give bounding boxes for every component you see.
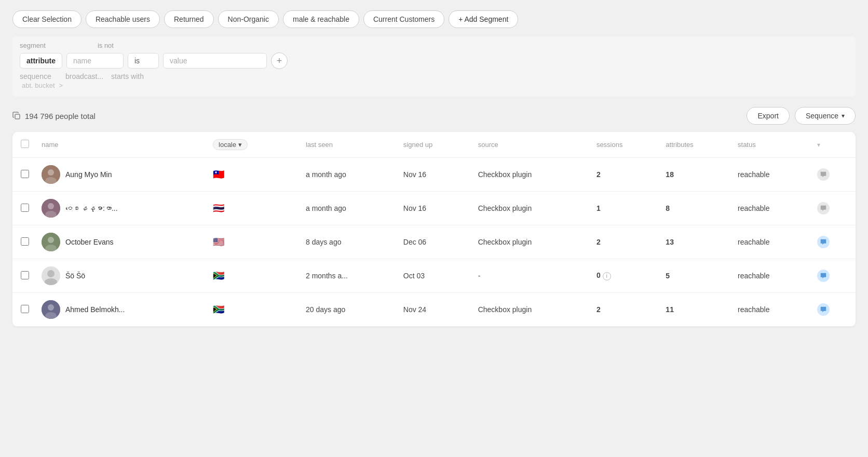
chat-icon[interactable] [817, 270, 830, 282]
svg-point-8 [48, 237, 54, 243]
th-sessions: sessions [590, 132, 659, 158]
people-count: 194 796 people total [12, 112, 96, 120]
person-name: Aung Myo Min [65, 170, 112, 179]
avatar [42, 199, 60, 218]
chat-icon[interactable] [817, 303, 830, 316]
sequence-chevron-icon: ▾ [842, 112, 845, 119]
filter-header-isnot: is not [98, 42, 114, 49]
row-checkbox[interactable] [21, 204, 29, 212]
filter-add-button[interactable]: + [271, 52, 288, 69]
row-status: reachable [731, 225, 811, 259]
row-chat-cell[interactable] [811, 293, 856, 327]
row-name-cell[interactable]: Aung Myo Min [35, 158, 207, 192]
flag-emoji: 🇹🇼 [213, 169, 224, 180]
filter-condition-is[interactable]: is [128, 53, 159, 69]
th-signed-up-label: signed up [403, 141, 432, 149]
filter-header-row: segment is not [20, 42, 848, 49]
non-organic-button[interactable]: Non-Organic [218, 10, 279, 28]
row-last-seen: 20 days ago [300, 293, 397, 327]
table-container: name locale ▾ last seen signed up [12, 132, 856, 327]
row-sessions: 0i [590, 259, 659, 293]
row-locale-cell: 🇹🇼 [207, 158, 300, 192]
row-checkbox[interactable] [21, 271, 29, 279]
svg-point-2 [48, 169, 54, 176]
filter-type-attribute[interactable]: attribute [20, 53, 62, 69]
row-source: Checkbox plugin [472, 293, 590, 327]
flag-emoji: 🇹🇭 [213, 203, 224, 213]
name-content: ဝဒေးနန္ဓာ:ကာ... [42, 199, 200, 218]
chat-icon[interactable] [817, 202, 830, 214]
th-actions: ▾ [811, 132, 856, 158]
add-segment-button[interactable]: + Add Segment [449, 10, 518, 28]
row-name-cell[interactable]: October Evans [35, 225, 207, 259]
th-attributes: attributes [659, 132, 731, 158]
table-row: Ahmed Belmokh...🇿🇦20 days agoNov 24Check… [12, 293, 856, 327]
current-customers-button[interactable]: Current Customers [363, 10, 444, 28]
male-reachable-button[interactable]: male & reachable [283, 10, 359, 28]
row-name-cell[interactable]: Šö Šö [35, 259, 207, 293]
returned-button[interactable]: Returned [164, 10, 214, 28]
row-sessions: 2 [590, 293, 659, 327]
row-checkbox[interactable] [21, 237, 29, 246]
th-signed-up: signed up [397, 132, 472, 158]
row-sessions: 1 [590, 192, 659, 225]
row-chat-cell[interactable] [811, 192, 856, 225]
filter-broadcast-field[interactable]: broadcast... [65, 72, 107, 80]
avatar [42, 300, 60, 319]
row-attributes: 11 [659, 293, 731, 327]
row-checkbox-cell [12, 259, 35, 293]
row-chat-cell[interactable] [811, 225, 856, 259]
copy-icon [12, 112, 21, 120]
reachable-users-button[interactable]: Reachable users [86, 10, 160, 28]
svg-point-10 [47, 270, 55, 277]
avatar [42, 233, 60, 251]
clear-selection-button[interactable]: Clear Selection [12, 10, 82, 28]
row-checkbox-cell [12, 225, 35, 259]
row-locale-cell: 🇺🇸 [207, 225, 300, 259]
column-settings-icon[interactable]: ▾ [817, 141, 820, 149]
row-signed-up: Oct 03 [397, 259, 472, 293]
svg-rect-0 [15, 114, 20, 119]
th-source: source [472, 132, 590, 158]
people-table: name locale ▾ last seen signed up [12, 132, 856, 327]
row-last-seen: a month ago [300, 158, 397, 192]
table-row: Šö Šö🇿🇦2 months a...Oct 03-0i5reachable [12, 259, 856, 293]
row-checkbox[interactable] [21, 305, 29, 313]
info-icon[interactable]: i [603, 272, 611, 280]
row-last-seen: 2 months a... [300, 259, 397, 293]
table-row: October Evans🇺🇸8 days agoDec 06Checkbox … [12, 225, 856, 259]
sequence-button[interactable]: Sequence ▾ [795, 107, 856, 125]
filter-row-3: abt. bucket > [20, 82, 848, 89]
flag-emoji: 🇿🇦 [213, 271, 224, 281]
segment-buttons-row: Clear Selection Reachable users Returned… [12, 10, 856, 28]
row-name-cell[interactable]: ဝဒေးနန္ဓာ:ကာ... [35, 192, 207, 225]
main-container: Clear Selection Reachable users Returned… [0, 0, 868, 337]
export-button[interactable]: Export [747, 107, 789, 125]
filter-starts-with[interactable]: starts with [111, 72, 153, 80]
people-count-text: 194 796 people total [25, 112, 96, 120]
row-attributes: 5 [659, 259, 731, 293]
locale-chevron-icon: ▾ [238, 141, 242, 149]
row-status: reachable [731, 259, 811, 293]
row-last-seen: a month ago [300, 192, 397, 225]
select-all-checkbox[interactable] [21, 140, 29, 148]
chat-icon[interactable] [817, 168, 830, 181]
filter-name-field[interactable]: name [66, 53, 124, 69]
row-chat-cell[interactable] [811, 158, 856, 192]
svg-point-11 [45, 278, 57, 285]
row-checkbox[interactable] [21, 170, 29, 178]
filter-value-field[interactable]: value [163, 53, 267, 69]
row-checkbox-cell [12, 293, 35, 327]
th-sessions-label: sessions [596, 141, 623, 149]
row-name-cell[interactable]: Ahmed Belmokh... [35, 293, 207, 327]
table-header-row: name locale ▾ last seen signed up [12, 132, 856, 158]
row-source: Checkbox plugin [472, 225, 590, 259]
th-name: name [35, 132, 207, 158]
chat-icon[interactable] [817, 236, 830, 248]
row-status: reachable [731, 293, 811, 327]
filter-type-sequence[interactable]: sequence [20, 72, 61, 80]
row-chat-cell[interactable] [811, 259, 856, 293]
th-locale: locale ▾ [207, 132, 300, 158]
name-content: Ahmed Belmokh... [42, 300, 200, 319]
locale-filter-button[interactable]: locale ▾ [213, 139, 248, 150]
